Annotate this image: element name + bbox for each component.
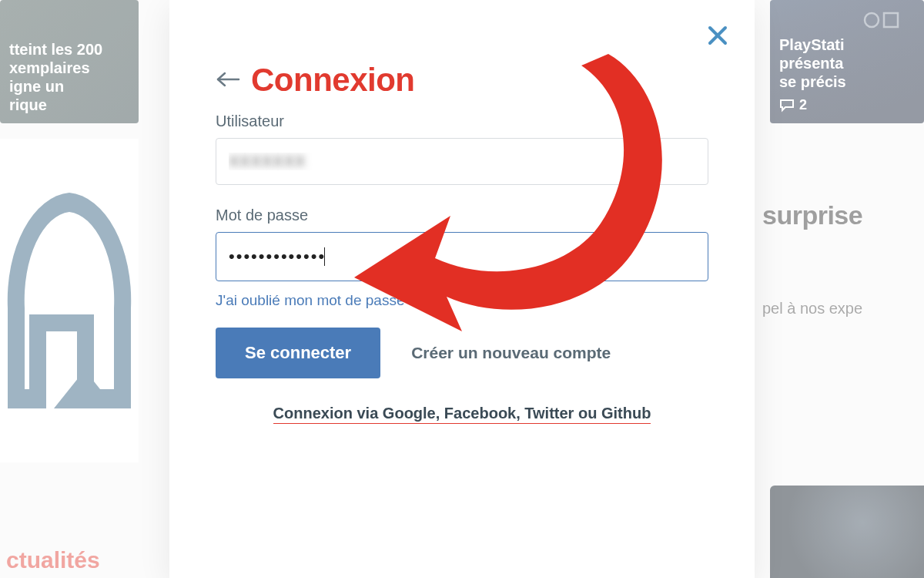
username-input[interactable] [216,138,708,185]
password-dots: ••••••••••••• [229,247,326,267]
password-input[interactable]: ••••••••••••• [216,232,708,281]
login-modal: Connexion Utilisateur Mot de passe •••••… [169,0,755,578]
create-account-link[interactable]: Créer un nouveau compte [411,344,611,362]
username-label: Utilisateur [216,113,708,130]
arrow-left-icon [216,71,240,88]
social-login-link[interactable]: Connexion via Google, Facebook, Twitter … [273,405,651,424]
back-button[interactable] [216,69,240,92]
forgot-password-link[interactable]: J'ai oublié mon mot de passe [216,292,405,309]
close-button[interactable] [704,22,732,49]
password-label: Mot de passe [216,207,708,224]
close-icon [707,25,728,46]
text-caret-icon [324,247,325,266]
login-button[interactable]: Se connecter [216,328,380,378]
modal-title: Connexion [251,62,415,99]
